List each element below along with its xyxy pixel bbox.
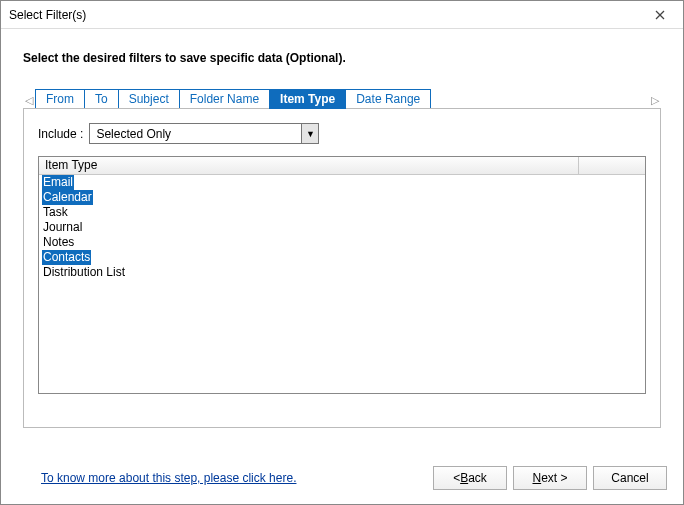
tab-folder-name[interactable]: Folder Name	[179, 89, 270, 109]
list-item[interactable]: Journal	[39, 220, 645, 235]
list-item[interactable]: Task	[39, 205, 645, 220]
include-select[interactable]: Selected Only ▼	[89, 123, 319, 144]
tab-scroll-right[interactable]: ▷	[649, 91, 661, 109]
cancel-button[interactable]: Cancel	[593, 466, 667, 490]
next-button[interactable]: Next >	[513, 466, 587, 490]
include-label: Include :	[38, 127, 83, 141]
close-button[interactable]	[645, 5, 675, 25]
window-title: Select Filter(s)	[9, 8, 645, 22]
list-item[interactable]: Distribution List	[39, 265, 645, 280]
list-body: EmailCalendarTaskJournalNotesContactsDis…	[39, 175, 645, 280]
item-type-listbox[interactable]: Item Type EmailCalendarTaskJournalNotesC…	[38, 156, 646, 394]
back-button[interactable]: < Back	[433, 466, 507, 490]
tab-strip-container: ◁ FromToSubjectFolder NameItem TypeDate …	[23, 87, 661, 109]
tab-item-type[interactable]: Item Type	[269, 89, 346, 109]
list-item[interactable]: Email	[39, 175, 645, 190]
instruction-text: Select the desired filters to save speci…	[23, 51, 661, 65]
list-item[interactable]: Notes	[39, 235, 645, 250]
list-column-header-spacer	[579, 157, 645, 175]
dialog-footer: To know more about this step, please cli…	[1, 454, 683, 504]
include-value: Selected Only	[96, 127, 171, 141]
list-item[interactable]: Contacts	[39, 250, 645, 265]
include-row: Include : Selected Only ▼	[38, 123, 646, 144]
tab-strip: FromToSubjectFolder NameItem TypeDate Ra…	[35, 89, 649, 109]
dialog-content: Select the desired filters to save speci…	[1, 29, 683, 438]
button-row: < Back Next > Cancel	[433, 466, 667, 490]
tab-scroll-left[interactable]: ◁	[23, 91, 35, 109]
list-item[interactable]: Calendar	[39, 190, 645, 205]
tab-from[interactable]: From	[35, 89, 85, 109]
list-header-row: Item Type	[39, 157, 645, 175]
tab-to[interactable]: To	[84, 89, 119, 109]
close-icon	[655, 10, 665, 20]
tab-subject[interactable]: Subject	[118, 89, 180, 109]
help-link[interactable]: To know more about this step, please cli…	[41, 471, 433, 485]
tab-date-range[interactable]: Date Range	[345, 89, 431, 109]
tab-panel-item-type: Include : Selected Only ▼ Item Type Emai…	[23, 108, 661, 428]
chevron-down-icon: ▼	[301, 124, 318, 143]
title-bar: Select Filter(s)	[1, 1, 683, 29]
list-column-header[interactable]: Item Type	[39, 157, 579, 175]
